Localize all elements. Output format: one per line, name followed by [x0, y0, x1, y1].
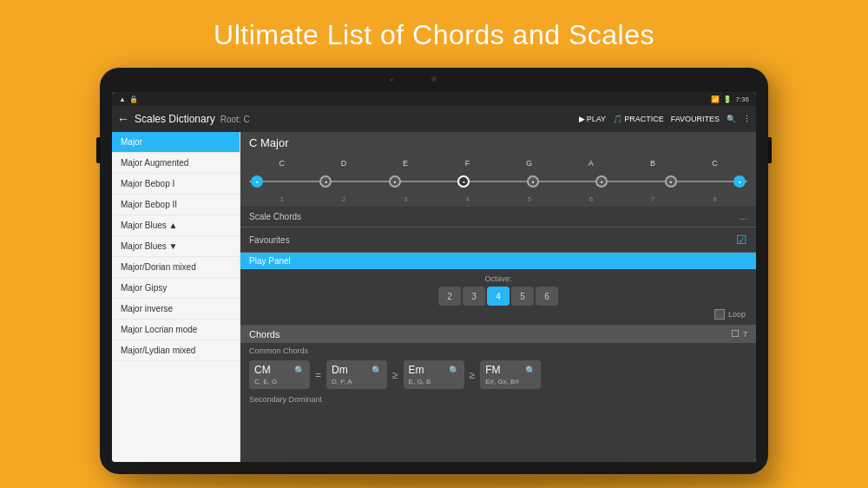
chord-cards-row: CM 🔍 C, E, G = Dm 🔍 D, F, A ≥ Em 🔍 E, G,… — [240, 357, 756, 392]
octave-button[interactable]: 6 — [536, 287, 558, 306]
practice-button[interactable]: 🎵 PRACTICE — [613, 115, 664, 123]
favourites-label: FAVOURITES — [671, 115, 720, 123]
scale-chords-row[interactable]: Scale Chords ... — [240, 207, 756, 228]
action-bar: ← Scales Dictionary Root: C ▶ PLAY 🎵 PRA… — [112, 106, 756, 132]
note-label: C — [684, 159, 746, 168]
scale-list-item[interactable]: Major Blues ▼ — [112, 236, 240, 257]
favourites-button[interactable]: FAVOURITES — [671, 115, 720, 123]
scale-list-item[interactable]: Major inverse — [112, 299, 240, 320]
favourites-checkbox[interactable]: ☑ — [736, 233, 747, 247]
octave-button[interactable]: 2 — [438, 287, 461, 306]
octave-button[interactable]: 5 — [511, 287, 534, 306]
chord-card[interactable]: Dm 🔍 D, F, A — [326, 360, 387, 389]
scale-list-item[interactable]: Major Bebop II — [112, 195, 240, 215]
scale-header: C Major — [240, 132, 756, 154]
more-button[interactable]: ⋮ — [743, 115, 751, 123]
status-icon-2: 🔒 — [129, 96, 138, 103]
note-label: B — [622, 159, 684, 168]
scale-list-item[interactable]: Major Locrian mode — [112, 320, 240, 340]
practice-icon: 🎵 — [613, 115, 622, 123]
chord-name: Dm — [332, 364, 348, 376]
chords-title: Chords — [249, 329, 279, 340]
chords-count-value: 7 — [743, 330, 747, 339]
screen: ▲ 🔒 📶 🔋 7:36 ← Scales Dictionary Root: C… — [112, 92, 756, 462]
note-dot[interactable]: ● — [665, 175, 677, 188]
speaker-dot — [390, 78, 393, 82]
octave-button[interactable]: 4 — [487, 287, 510, 306]
scale-list-item[interactable]: Major Gipsy — [112, 278, 240, 299]
search-button[interactable]: 🔍 — [727, 115, 736, 123]
scale-list-item[interactable]: Major — [112, 132, 240, 153]
chord-search-icon[interactable]: 🔍 — [449, 366, 459, 375]
note-dots-row: ●●●●●●●● — [251, 175, 746, 188]
note-dot[interactable]: ● — [251, 175, 263, 188]
chord-separator: ≥ — [468, 360, 477, 389]
scale-list-item[interactable]: Major Bebop I — [112, 174, 240, 195]
note-number: 4 — [437, 195, 498, 203]
octave-buttons: 23456 — [249, 287, 747, 306]
chord-search-icon[interactable]: 🔍 — [294, 366, 305, 375]
play-panel-content: Octave: 23456 Loop — [240, 269, 756, 325]
note-number: 2 — [312, 195, 374, 203]
right-panel: C Major CDEFGABC ●●●●●●●● 12345678 Scale… — [240, 132, 756, 462]
favourites-row[interactable]: Favourites ☑ — [240, 228, 756, 253]
octave-button[interactable]: 3 — [463, 287, 485, 306]
main-content: MajorMajor AugmentedMajor Bebop IMajor B… — [112, 132, 756, 462]
status-bar: ▲ 🔒 📶 🔋 7:36 — [112, 92, 756, 106]
chord-notes: E#, Gx, B# — [485, 378, 536, 386]
common-chords-label: Common Chords — [240, 343, 756, 357]
note-dot[interactable]: ● — [527, 175, 539, 188]
back-button[interactable]: ← — [117, 112, 129, 126]
loop-checkbox[interactable] — [714, 309, 725, 320]
note-label: C — [251, 159, 312, 168]
chord-search-icon[interactable]: 🔍 — [372, 366, 382, 375]
loop-row: Loop — [249, 309, 747, 320]
status-left: ▲ 🔒 — [119, 96, 138, 103]
note-line-section: CDEFGABC ●●●●●●●● 12345678 — [240, 154, 756, 207]
chord-notes: C, E, G — [254, 378, 305, 386]
note-number: 3 — [375, 195, 437, 203]
note-number: 1 — [251, 195, 312, 203]
note-dot[interactable]: ● — [457, 175, 470, 188]
chord-card[interactable]: FM 🔍 E#, Gx, B# — [480, 360, 541, 389]
note-dot[interactable]: ● — [595, 175, 608, 188]
chord-separator: ≥ — [391, 360, 400, 389]
play-icon: ▶ — [579, 115, 585, 123]
note-label: D — [312, 159, 374, 168]
scale-list[interactable]: MajorMajor AugmentedMajor Bebop IMajor B… — [112, 132, 240, 462]
scale-list-item[interactable]: Major/Lydian mixed — [112, 340, 240, 361]
note-labels: CDEFGABC — [249, 159, 747, 168]
scale-chords-label: Scale Chords — [249, 212, 740, 221]
play-button[interactable]: ▶ PLAY — [579, 115, 606, 123]
note-number: 8 — [684, 195, 746, 203]
chord-card[interactable]: CM 🔍 C, E, G — [249, 360, 310, 389]
chord-search-icon[interactable]: 🔍 — [525, 366, 536, 375]
practice-label: PRACTICE — [624, 115, 664, 123]
note-label: G — [498, 159, 560, 168]
octave-label: Octave: — [249, 274, 747, 283]
scale-list-item[interactable]: Major Blues ▲ — [112, 215, 240, 236]
favourites-label: Favourites — [249, 235, 736, 245]
status-right: 📶 🔋 7:36 — [711, 96, 749, 103]
chords-checkbox[interactable]: ☐ — [731, 328, 740, 340]
chord-card[interactable]: Em 🔍 E, G, B — [404, 360, 464, 389]
scale-list-item[interactable]: Major Augmented — [112, 153, 240, 174]
note-dot[interactable]: ● — [319, 175, 332, 188]
note-dot[interactable]: ● — [733, 175, 746, 188]
note-number-row: 12345678 — [249, 195, 747, 203]
chords-header: Chords ☐ 7 — [240, 325, 756, 343]
note-dot[interactable]: ● — [389, 175, 401, 188]
note-label: E — [375, 159, 437, 168]
note-label: A — [560, 159, 621, 168]
battery-icon: 🔋 — [723, 96, 732, 103]
signal-icon: 📶 — [711, 96, 720, 103]
note-number: 6 — [560, 195, 621, 203]
note-label: F — [437, 159, 498, 168]
scale-list-item[interactable]: Major/Dorian mixed — [112, 257, 240, 278]
play-label: PLAY — [587, 115, 606, 123]
time-display: 7:36 — [735, 96, 749, 103]
scale-chords-action[interactable]: ... — [740, 212, 747, 221]
chord-name: CM — [254, 364, 271, 376]
camera-dot — [431, 76, 437, 82]
root-label: Root: C — [220, 115, 574, 124]
